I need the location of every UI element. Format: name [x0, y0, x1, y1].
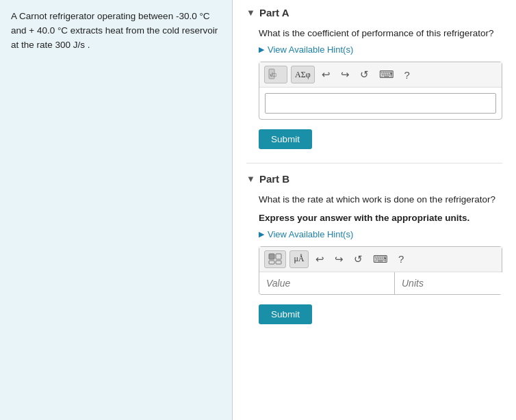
part-a-redo-btn[interactable]: ↪	[337, 66, 353, 83]
part-b-hint-link[interactable]: ▶ View Available Hint(s)	[259, 229, 502, 239]
part-a-keyboard-btn[interactable]: ⌨	[376, 66, 398, 83]
part-b-submit-button[interactable]: Submit	[259, 304, 312, 324]
part-b-help-btn[interactable]: ?	[395, 250, 407, 268]
part-b-hint-label: View Available Hint(s)	[268, 229, 353, 239]
part-a-title: Part A	[259, 7, 289, 18]
svg-text:√□: √□	[270, 72, 276, 78]
part-a-toolbar: √□ ΑΣφ ↩ ↪ ↺ ⌨ ?	[259, 62, 502, 88]
svg-rect-4	[269, 261, 274, 264]
part-a-section: ▼ Part A What is the coefficient of perf…	[246, 7, 502, 149]
part-a-body: What is the coefficient of performance o…	[246, 27, 502, 149]
part-b-body: What is the rate at which work is done o…	[246, 193, 502, 324]
part-b-question-bold: Express your answer with the appropriate…	[259, 211, 502, 225]
part-a-answer-box: √□ ΑΣφ ↩ ↪ ↺ ⌨ ?	[259, 62, 502, 120]
part-a-question: What is the coefficient of performance o…	[259, 27, 502, 40]
part-b-value-input[interactable]	[259, 272, 395, 294]
part-a-collapse-arrow: ▼	[246, 8, 255, 18]
part-b-undo-btn[interactable]: ↩	[312, 250, 328, 268]
part-b-question: What is the rate at which work is done o…	[259, 193, 502, 207]
part-a-hint-arrow-icon: ▶	[259, 45, 264, 54]
part-a-sqrt-btn[interactable]: √□	[264, 66, 287, 83]
part-b-units-btn[interactable]: μÅ	[289, 250, 309, 268]
part-b-section: ▼ Part B What is the rate at which work …	[246, 173, 502, 324]
part-b-collapse-arrow: ▼	[246, 174, 255, 184]
part-a-reload-btn[interactable]: ↺	[357, 66, 372, 83]
part-a-header[interactable]: ▼ Part A	[246, 7, 502, 18]
part-b-units-input[interactable]	[395, 272, 516, 294]
problem-panel: A Carnot refrigerator operating between …	[0, 0, 233, 420]
part-b-keyboard-btn[interactable]: ⌨	[370, 250, 391, 268]
part-b-title: Part B	[259, 173, 289, 185]
part-a-input-area	[259, 88, 502, 119]
problem-text: A Carnot refrigerator operating between …	[11, 10, 221, 53]
right-panel: ▼ Part A What is the coefficient of perf…	[233, 0, 516, 420]
part-b-reload-btn[interactable]: ↺	[350, 250, 366, 268]
part-b-answer-box: μÅ ↩ ↪ ↺ ⌨ ?	[259, 246, 502, 295]
part-a-symbol-btn[interactable]: ΑΣφ	[291, 66, 315, 83]
part-b-hint-arrow-icon: ▶	[259, 230, 264, 239]
part-b-redo-btn[interactable]: ↪	[331, 250, 347, 268]
part-b-input-area	[259, 272, 502, 294]
svg-rect-3	[276, 254, 281, 259]
part-a-hint-label: View Available Hint(s)	[268, 44, 353, 55]
svg-rect-2	[269, 254, 274, 259]
part-b-header[interactable]: ▼ Part B	[246, 173, 502, 185]
svg-rect-5	[276, 261, 281, 264]
part-a-help-btn[interactable]: ?	[401, 66, 413, 83]
part-divider	[246, 163, 502, 163]
part-a-hint-link[interactable]: ▶ View Available Hint(s)	[259, 44, 502, 55]
part-a-undo-btn[interactable]: ↩	[318, 66, 334, 83]
part-a-submit-button[interactable]: Submit	[259, 129, 312, 149]
part-b-toolbar: μÅ ↩ ↪ ↺ ⌨ ?	[259, 247, 502, 272]
part-b-grid-btn[interactable]	[264, 250, 286, 268]
part-a-answer-input[interactable]	[265, 93, 496, 114]
